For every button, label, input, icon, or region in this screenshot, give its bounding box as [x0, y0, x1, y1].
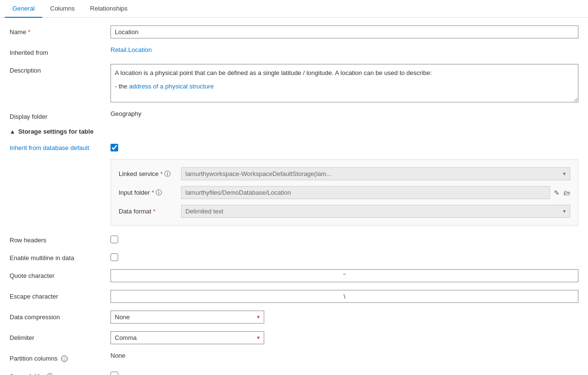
escape-character-container: \	[110, 290, 578, 303]
inherit-db-checkbox-container	[110, 142, 118, 151]
input-folder-browse-icon[interactable]: 🗁	[564, 189, 570, 197]
row-headers-label: Row headers	[10, 234, 110, 244]
delimiter-arrow-icon: ▾	[257, 335, 260, 341]
escape-character-row: Escape character \	[10, 290, 578, 303]
input-folder-edit-icon[interactable]: ✎	[554, 189, 560, 197]
quote-character-input[interactable]: "	[110, 269, 578, 282]
name-label: Name *	[10, 25, 110, 36]
data-format-arrow-icon: ▾	[563, 208, 566, 214]
row-headers-row: Row headers	[10, 234, 578, 244]
enable-multiline-checkbox-container	[110, 251, 118, 261]
inherit-db-row: Inherit from database default	[10, 142, 578, 151]
linked-service-row: Linked service * ⓘ lamurthyworkspace-Wor…	[119, 167, 570, 180]
description-link: address of a physical structure	[129, 83, 214, 90]
name-row: Name * Location	[10, 25, 578, 38]
partition-columns-label: Partition columns ⓘ	[10, 352, 110, 362]
display-folder-label: Display folder	[10, 110, 110, 120]
name-field-container: Location	[110, 25, 578, 38]
linked-service-arrow-icon: ▾	[563, 171, 566, 177]
description-box[interactable]: A location is a physical point that can …	[110, 64, 578, 102]
data-compression-label: Data compression	[10, 311, 110, 321]
delimiter-container: Comma ▾	[110, 331, 578, 344]
name-input[interactable]: Location	[110, 25, 578, 38]
row-headers-checkbox-container	[110, 234, 118, 243]
input-folder-row: Input folder * ⓘ lamurthyfiles/DemoDatab…	[119, 186, 570, 199]
data-compression-row: Data compression None ▾	[10, 311, 578, 324]
partition-columns-value-container: None	[110, 352, 578, 359]
data-compression-container: None ▾	[110, 311, 578, 324]
linked-service-label: Linked service * ⓘ	[119, 170, 181, 178]
escape-character-input[interactable]: \	[110, 290, 578, 303]
delimiter-label: Delimiter	[10, 331, 110, 341]
enable-multiline-checkbox[interactable]	[110, 253, 118, 261]
linked-service-value: lamurthyworkspace-WorkspaceDefaultStorag…	[185, 170, 331, 177]
partition-columns-value: None	[110, 349, 125, 359]
inherited-from-row: Inherited from Retail.Location	[10, 46, 578, 56]
partition-columns-info-icon[interactable]: ⓘ	[61, 355, 68, 362]
enable-multiline-row: Enable multiline in data	[10, 251, 578, 262]
tab-columns[interactable]: Columns	[42, 0, 82, 18]
linked-service-dropdown[interactable]: lamurthyworkspace-WorkspaceDefaultStorag…	[181, 167, 570, 180]
appendable-checkbox-container	[110, 370, 118, 375]
inherit-db-label: Inherit from database default	[10, 142, 110, 151]
input-folder-group: lamurthyfiles/DemoDatabase/Location ✎ 🗁	[181, 186, 570, 199]
storage-section-header: ▲ Storage settings for table	[10, 128, 578, 135]
storage-section-label: Storage settings for table	[18, 128, 94, 135]
delimiter-dropdown[interactable]: Comma ▾	[110, 331, 264, 344]
inherit-db-checkbox[interactable]	[110, 144, 118, 151]
data-compression-dropdown[interactable]: None ▾	[110, 311, 264, 324]
escape-character-label: Escape character	[10, 290, 110, 300]
main-content: Name * Location Inherited from Retail.Lo…	[0, 18, 588, 375]
description-container: A location is a physical point that can …	[110, 64, 578, 102]
description-row: Description A location is a physical poi…	[10, 64, 578, 102]
delimiter-row: Delimiter Comma ▾	[10, 331, 578, 344]
appendable-info-icon[interactable]: ⓘ	[47, 373, 53, 375]
appendable-row: Appendable ⓘ	[10, 370, 578, 375]
inherited-from-label: Inherited from	[10, 46, 110, 56]
enable-multiline-label: Enable multiline in data	[10, 251, 110, 262]
data-compression-value: None	[115, 313, 130, 321]
input-folder-icons: ✎ 🗁	[554, 189, 570, 197]
input-folder-label: Input folder * ⓘ	[119, 188, 181, 197]
tab-general[interactable]: General	[5, 0, 42, 18]
input-folder-value: lamurthyfiles/DemoDatabase/Location	[181, 186, 550, 199]
linked-service-info-icon[interactable]: ⓘ	[164, 170, 171, 177]
row-headers-checkbox[interactable]	[110, 236, 118, 243]
quote-character-label: Quote character	[10, 269, 110, 279]
display-folder-value: Geography	[110, 110, 578, 117]
description-label: Description	[10, 64, 110, 74]
tabs-container: General Columns Relationships	[0, 0, 588, 18]
data-format-value: Delimited text	[185, 208, 223, 215]
section-collapse-arrow[interactable]: ▲	[10, 128, 15, 135]
tab-relationships[interactable]: Relationships	[83, 0, 135, 18]
description-text-1: A location is a physical point that can …	[115, 68, 574, 78]
quote-character-row: Quote character "	[10, 269, 578, 282]
tab-bar: General Columns Relationships	[0, 0, 588, 18]
appendable-checkbox[interactable]	[110, 372, 118, 375]
partition-columns-row: Partition columns ⓘ None	[10, 352, 578, 362]
name-required: *	[28, 28, 30, 36]
storage-settings-box: Linked service * ⓘ lamurthyworkspace-Wor…	[110, 159, 578, 226]
data-format-dropdown[interactable]: Delimited text ▾	[181, 205, 570, 218]
appendable-label: Appendable ⓘ	[10, 370, 110, 375]
input-folder-info-icon[interactable]: ⓘ	[156, 189, 162, 196]
delimiter-value: Comma	[115, 334, 137, 341]
quote-character-container: "	[110, 269, 578, 282]
description-text-2: - the address of a physical structure	[115, 82, 574, 91]
data-compression-arrow-icon: ▾	[257, 314, 260, 320]
data-format-label: Data format *	[119, 208, 181, 215]
data-format-row: Data format * Delimited text ▾	[119, 205, 570, 218]
inherited-from-value: Retail.Location	[110, 46, 578, 53]
display-folder-row: Display folder Geography	[10, 110, 578, 120]
